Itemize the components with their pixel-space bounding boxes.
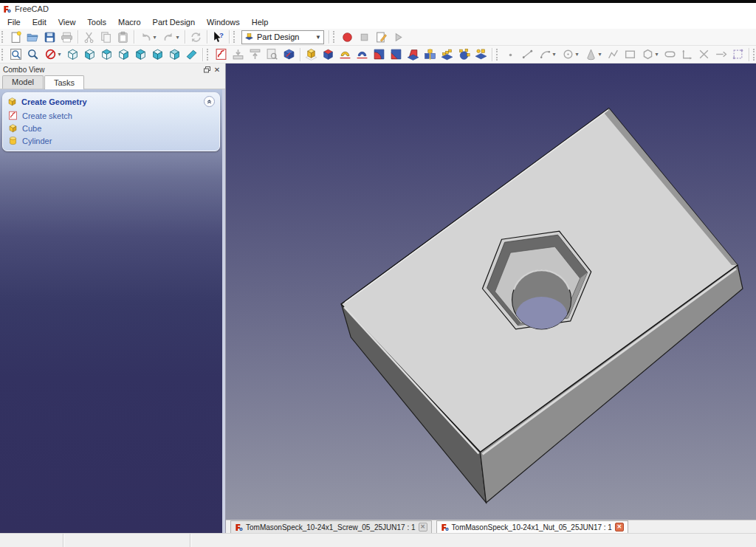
- sketch-polyline-button[interactable]: [605, 47, 622, 62]
- menu-part-design[interactable]: Part Design: [147, 16, 201, 28]
- save-document-button[interactable]: [41, 30, 58, 45]
- close-panel-button[interactable]: ✕: [212, 65, 222, 75]
- toolbar-grip[interactable]: [1, 49, 6, 61]
- redo-button[interactable]: ▾: [159, 30, 182, 45]
- draw-style-dropdown-icon[interactable]: ▾: [58, 51, 61, 58]
- bottom-view-button[interactable]: [149, 47, 166, 62]
- close-tab-icon[interactable]: ✕: [615, 523, 624, 531]
- top-view-button[interactable]: [98, 47, 115, 62]
- toolbar-grip[interactable]: [233, 31, 238, 43]
- task-item-create-sketch[interactable]: Create sketch: [3, 109, 219, 122]
- sketch-conic-button[interactable]: ▾: [582, 47, 605, 62]
- sketch-on-plane-button[interactable]: [281, 47, 298, 62]
- measure-distance-button[interactable]: [183, 47, 200, 62]
- front-view-button[interactable]: [81, 47, 98, 62]
- groove-button[interactable]: [354, 47, 371, 62]
- axonometric-view-button[interactable]: [64, 47, 81, 62]
- execute-macro-button[interactable]: [390, 30, 407, 45]
- pad-button[interactable]: [303, 47, 320, 62]
- multi-transform-button[interactable]: [472, 47, 489, 62]
- sketch-point-button[interactable]: [502, 47, 519, 62]
- leave-sketch-button[interactable]: [247, 47, 264, 62]
- left-view-button[interactable]: [166, 47, 183, 62]
- chamfer-button[interactable]: [388, 47, 405, 62]
- record-macro-button[interactable]: [339, 30, 356, 45]
- draw-style-button[interactable]: ▾: [41, 47, 64, 62]
- collapse-section-button[interactable]: [204, 96, 215, 107]
- sketch-on-plane-icon: [283, 48, 295, 61]
- sketch-external-geometry-button[interactable]: [729, 47, 746, 62]
- fit-all-button[interactable]: [7, 47, 24, 62]
- paste-button[interactable]: [114, 30, 131, 45]
- sketch-polygon-button[interactable]: ▾: [639, 47, 662, 62]
- sketch-extend-button[interactable]: [712, 47, 729, 62]
- 3d-viewport[interactable]: [226, 63, 756, 520]
- tab-model[interactable]: Model: [2, 75, 44, 89]
- toolbar-grip[interactable]: [496, 49, 501, 61]
- toolbar-grip[interactable]: [333, 31, 337, 43]
- validate-sketch-button[interactable]: [264, 47, 281, 62]
- undo-button[interactable]: ▾: [137, 30, 159, 45]
- linear-pattern-button[interactable]: [439, 47, 456, 62]
- mirrored-button[interactable]: [422, 47, 439, 62]
- polygon-dropdown-icon[interactable]: ▾: [655, 51, 658, 58]
- toolbar-grip[interactable]: [1, 31, 6, 43]
- menu-help[interactable]: Help: [246, 16, 275, 28]
- sketch-origin-button[interactable]: [678, 47, 695, 62]
- print-button[interactable]: [58, 30, 75, 45]
- map-sketch-to-face-button[interactable]: [230, 47, 247, 62]
- polar-pattern-button[interactable]: [456, 47, 472, 62]
- redo-dropdown-icon[interactable]: ▾: [176, 34, 179, 41]
- menu-tools[interactable]: Tools: [81, 16, 112, 28]
- sketch-circle-button[interactable]: ▾: [559, 47, 582, 62]
- sketch-rectangle-button[interactable]: [622, 47, 639, 62]
- circle-dropdown-icon[interactable]: ▾: [575, 51, 578, 58]
- menu-file[interactable]: File: [1, 16, 27, 28]
- sketch-trim-button[interactable]: [695, 47, 712, 62]
- viewport-canvas[interactable]: [226, 63, 756, 520]
- task-item-cube[interactable]: Cube: [3, 122, 219, 134]
- new-document-button[interactable]: [7, 30, 24, 45]
- toolbar-grip[interactable]: [753, 49, 756, 61]
- menu-view[interactable]: View: [52, 16, 82, 28]
- arc-icon: [539, 48, 551, 61]
- refresh-button[interactable]: [188, 30, 205, 45]
- whats-this-button[interactable]: ?: [210, 30, 227, 45]
- workbench-selector[interactable]: Part Design ▼: [241, 30, 324, 44]
- open-document-button[interactable]: [24, 30, 41, 45]
- validate-sketch-icon: [266, 48, 278, 61]
- zoom-button[interactable]: [24, 47, 41, 62]
- sketch-arc-button[interactable]: ▾: [536, 47, 559, 62]
- menu-macro[interactable]: Macro: [112, 16, 147, 28]
- sketch-slot-button[interactable]: [662, 47, 678, 62]
- cut-button[interactable]: [80, 30, 97, 45]
- revolution-button[interactable]: [337, 47, 354, 62]
- copy-button[interactable]: [97, 30, 114, 45]
- arc-dropdown-icon[interactable]: ▾: [552, 51, 555, 58]
- close-tab-icon[interactable]: ✕: [419, 523, 427, 531]
- tab-tasks[interactable]: Tasks: [44, 75, 84, 89]
- fillet-button[interactable]: [371, 47, 388, 62]
- task-item-cylinder[interactable]: Cylinder: [3, 134, 219, 151]
- draft-button[interactable]: [405, 47, 422, 62]
- status-bar: [0, 533, 756, 547]
- new-document-icon: [10, 31, 22, 44]
- linear-pattern-icon: [441, 48, 453, 61]
- freecad-window: FreeCAD File Edit View Tools Macro Part …: [0, 0, 756, 547]
- right-view-button[interactable]: [115, 47, 132, 62]
- undo-dropdown-icon[interactable]: ▾: [153, 34, 156, 41]
- edit-macro-button[interactable]: [373, 30, 390, 45]
- pocket-button[interactable]: [320, 47, 337, 62]
- sketch-line-button[interactable]: [519, 47, 536, 62]
- toolbar-grip[interactable]: [207, 49, 211, 61]
- stop-macro-button[interactable]: [356, 30, 373, 45]
- float-panel-button[interactable]: [202, 65, 212, 75]
- menu-edit[interactable]: Edit: [27, 16, 52, 28]
- rear-view-button[interactable]: [132, 47, 149, 62]
- document-tab-screw[interactable]: TomMasonSpeck_10-24x1_Screw_05_25JUN17 :…: [230, 520, 432, 533]
- document-tab-nut[interactable]: TomMasonSpeck_10-24x1_Nut_05_25JUN17 : 1…: [436, 520, 628, 533]
- svg-text:?: ?: [219, 31, 224, 39]
- menu-windows[interactable]: Windows: [201, 16, 246, 28]
- create-sketch-button[interactable]: [213, 47, 230, 62]
- conic-dropdown-icon[interactable]: ▾: [598, 51, 601, 58]
